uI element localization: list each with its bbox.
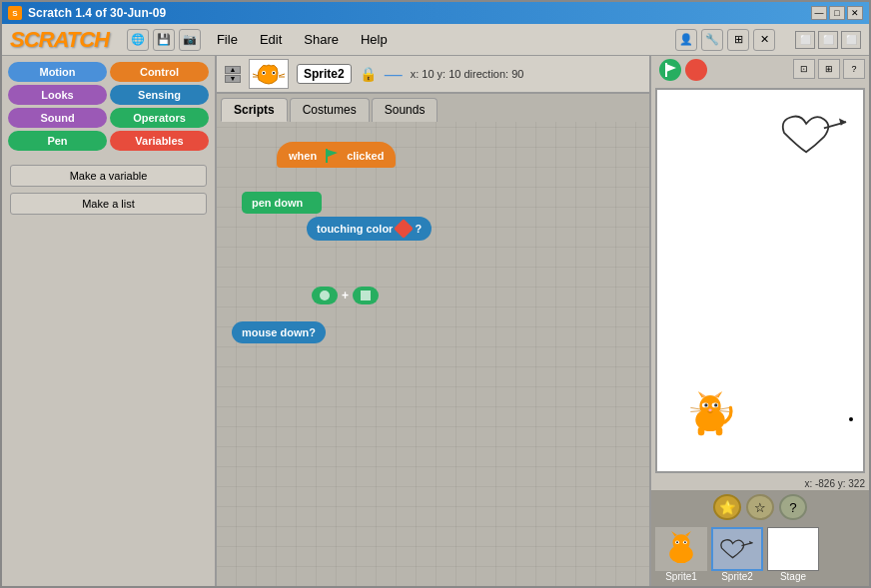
reporter-green-2[interactable] [353, 287, 379, 304]
svg-marker-9 [328, 150, 338, 157]
pen-down-label: pen down [252, 197, 303, 209]
fullscreen-icon-btn[interactable]: ✕ [753, 29, 775, 51]
minimize-button[interactable]: — [811, 6, 827, 20]
color-diamond [394, 219, 414, 239]
svg-point-3 [273, 72, 275, 74]
question-mark: ? [415, 223, 422, 235]
resize-icon-btn[interactable]: ⊞ [727, 29, 749, 51]
square-icon [361, 291, 371, 300]
globe-icon-btn[interactable]: 🌐 [127, 29, 149, 51]
panel-btn-2[interactable]: ⬜ [818, 31, 838, 49]
sprite-name[interactable]: Sprite2 [297, 64, 352, 84]
scripts-canvas[interactable]: when clicked pen down [217, 122, 649, 586]
center-panel: ▲ ▼ Sprite2 [217, 56, 649, 586]
star-empty-btn[interactable]: ☆ [746, 494, 774, 520]
when-label: when [289, 150, 317, 162]
category-control[interactable]: Control [110, 62, 209, 82]
window-title: Scratch 1.4 of 30-Jun-09 [28, 6, 166, 20]
close-button[interactable]: ✕ [847, 6, 863, 20]
stage-top-controls: ⊡ ⊞ ? [651, 56, 869, 84]
menu-icons: 🌐 💾 📷 [127, 29, 201, 51]
svg-point-38 [684, 541, 686, 543]
touching-color-block[interactable]: touching color ? [307, 217, 432, 241]
stage-item[interactable]: Stage [767, 527, 819, 582]
svg-point-37 [676, 541, 678, 543]
category-variables[interactable]: Variables [110, 131, 209, 151]
menu-file[interactable]: File [213, 30, 242, 49]
title-bar: S Scratch 1.4 of 30-Jun-09 — □ ✕ [2, 2, 869, 24]
sprite-prev-btn[interactable]: ▲ [225, 66, 241, 74]
main-window: S Scratch 1.4 of 30-Jun-09 — □ ✕ SCRATCH… [0, 0, 871, 588]
svg-marker-34 [685, 531, 691, 536]
menu-bar: SCRATCH 🌐 💾 📷 File Edit Share Help 👤 🔧 ⊞… [2, 24, 869, 56]
when-clicked-block[interactable]: when clicked [277, 142, 396, 168]
svg-point-21 [714, 403, 717, 406]
mouse-down-label: mouse down? [242, 326, 316, 338]
green-flag-button[interactable] [659, 59, 681, 81]
svg-line-23 [690, 407, 700, 409]
sprite-item-2[interactable]: Sprite2 [711, 527, 763, 582]
panel-btn-3[interactable]: ⬜ [841, 31, 861, 49]
stage-view-btn-1[interactable]: ⊡ [793, 59, 815, 79]
stage-dot [849, 417, 853, 421]
cat-sprite [685, 391, 735, 436]
reporters-row[interactable]: + [312, 287, 379, 304]
question-btn[interactable]: ? [779, 494, 807, 520]
menu-items: File Edit Share Help [213, 30, 392, 49]
stage-view-btn-3[interactable]: ? [843, 59, 865, 79]
menu-edit[interactable]: Edit [256, 30, 286, 49]
sprite2-thumbnail [711, 527, 763, 571]
sprite1-thumbnail [655, 527, 707, 571]
star-gold-btn[interactable]: ⭐ [713, 494, 741, 520]
main-content: Motion Control Looks Sensing Sound Opera… [2, 56, 869, 586]
category-looks[interactable]: Looks [8, 85, 107, 105]
reporter-green-1[interactable] [312, 287, 338, 304]
make-variable-button[interactable]: Make a variable [10, 165, 207, 187]
svg-point-22 [708, 409, 711, 411]
menu-help[interactable]: Help [357, 30, 392, 49]
category-sound[interactable]: Sound [8, 108, 107, 128]
sprite-selector-area: ⭐ ☆ ? [651, 490, 869, 586]
clicked-label: clicked [347, 150, 384, 162]
wrench-icon-btn[interactable]: 🔧 [701, 29, 723, 51]
category-pen[interactable]: Pen [8, 131, 107, 151]
tab-scripts[interactable]: Scripts [221, 98, 288, 122]
sprite-info-bar: ▲ ▼ Sprite2 [217, 56, 649, 94]
stage-view-btn-2[interactable]: ⊞ [818, 59, 840, 79]
circle-icon [320, 291, 330, 300]
svg-line-26 [720, 411, 730, 412]
panel-btn-1[interactable]: ⬜ [795, 31, 815, 49]
category-operators[interactable]: Operators [110, 108, 209, 128]
tab-costumes[interactable]: Costumes [290, 98, 370, 122]
sprite-next-btn[interactable]: ▼ [225, 75, 241, 83]
title-bar-controls: — □ ✕ [811, 6, 863, 20]
svg-point-32 [672, 534, 689, 551]
save-icon-btn[interactable]: 💾 [153, 29, 175, 51]
mouse-down-block[interactable]: mouse down? [232, 321, 326, 343]
pen-down-block[interactable]: pen down [242, 192, 322, 214]
category-motion[interactable]: Motion [8, 62, 107, 82]
svg-rect-27 [698, 427, 705, 435]
make-list-button[interactable]: Make a list [10, 193, 207, 215]
sprite-item-1[interactable]: Sprite1 [655, 527, 707, 582]
menu-share[interactable]: Share [300, 30, 343, 49]
maximize-button[interactable]: □ [829, 6, 845, 20]
stage-coordinates: x: -826 y: 322 [651, 477, 869, 490]
svg-line-25 [720, 407, 730, 409]
flag-icon [324, 149, 340, 163]
stage-label: Stage [780, 571, 806, 582]
tabs-bar: Scripts Costumes Sounds [217, 94, 649, 122]
tab-sounds[interactable]: Sounds [372, 98, 438, 122]
svg-point-2 [263, 72, 265, 74]
sprite2-label: Sprite2 [721, 571, 753, 582]
sprite1-label: Sprite1 [665, 571, 697, 582]
sprite-thumbnail [249, 59, 289, 89]
right-menu-icons: 👤 🔧 ⊞ ✕ [675, 29, 775, 51]
camera-icon-btn[interactable]: 📷 [179, 29, 201, 51]
sprite-color-bar: — [385, 64, 403, 85]
profile-icon-btn[interactable]: 👤 [675, 29, 697, 51]
scratch-logo: SCRATCH [10, 27, 109, 53]
category-sensing[interactable]: Sensing [110, 85, 209, 105]
stop-button[interactable] [685, 59, 707, 81]
blocks-panel: Motion Control Looks Sensing Sound Opera… [2, 56, 217, 586]
